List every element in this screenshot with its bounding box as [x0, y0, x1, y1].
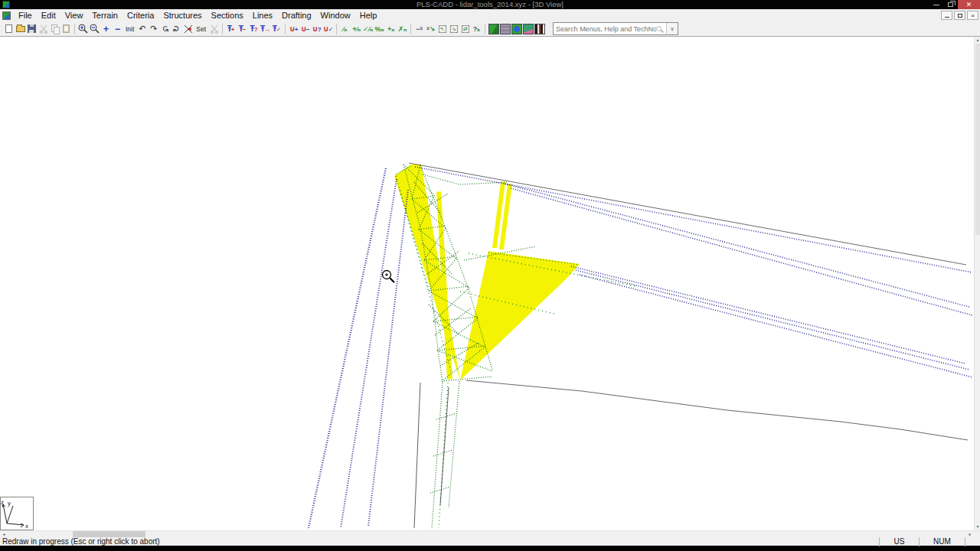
menu-view[interactable]: View — [60, 9, 88, 21]
swap-label-button[interactable]: ⇄ — [459, 23, 471, 34]
zoom-out-button[interactable] — [89, 23, 100, 34]
section-modify-6-button[interactable]: ✗ₙ — [397, 23, 408, 34]
keyboard-layout-indicator: US — [879, 537, 919, 546]
save-file-button[interactable] — [26, 23, 38, 34]
toolbar-separator — [222, 24, 223, 34]
mdi-window-controls: × — [941, 11, 978, 20]
vertical-scrollbar[interactable]: ▴ ▾ — [974, 37, 980, 530]
mdi-close-button[interactable]: × — [967, 11, 978, 20]
minimize-button[interactable] — [929, 0, 943, 9]
set-rotation-origin-button[interactable] — [182, 23, 194, 34]
menu-window[interactable]: Window — [316, 9, 355, 21]
scroll-right-icon[interactable]: ▸ — [966, 531, 974, 537]
section-modify-2-button[interactable]: +⁄ₙ — [351, 23, 362, 34]
add-section-button[interactable]: ∪+ — [288, 23, 299, 34]
menu-edit[interactable]: Edit — [37, 9, 60, 21]
move-structure-button[interactable]: Ŧ↔ — [260, 23, 271, 34]
set-view-button[interactable]: Set — [194, 23, 208, 34]
window-title: PLS-CADD - lidar_tools_2014.xyz - [3D Vi… — [0, 0, 980, 9]
viewport-3d[interactable]: z y x ▴ ▾ — [0, 37, 980, 530]
menu-criteria[interactable]: Criteria — [122, 9, 158, 21]
structure-info-icon: Ŧ? — [250, 24, 258, 33]
check-section-icon: ∪✓ — [323, 24, 334, 33]
rotate-up-icon: ↺ — [160, 25, 170, 32]
rotate-up-button[interactable]: ↺ — [159, 23, 171, 34]
menu-terrain[interactable]: Terrain — [87, 9, 122, 21]
mdi-minimize-icon — [945, 17, 949, 18]
menu-structures[interactable]: Structures — [158, 9, 206, 21]
paste-button[interactable] — [60, 23, 72, 34]
scroll-up-icon[interactable]: ▴ — [975, 37, 980, 44]
view-plan-icon — [511, 24, 522, 34]
plus-icon: + — [103, 24, 109, 34]
menu-help[interactable]: Help — [355, 9, 382, 21]
cut-button[interactable] — [38, 23, 49, 34]
scroll-down-icon[interactable]: ▾ — [975, 523, 980, 530]
add-structure-button[interactable]: Ŧ+ — [225, 23, 237, 34]
view-schematic-icon — [534, 24, 545, 34]
label-help-button[interactable]: ?ₖ — [471, 23, 482, 34]
view-3d-icon — [488, 24, 499, 34]
view-schematic-button[interactable] — [534, 23, 545, 34]
mdi-restore-icon — [958, 14, 962, 18]
rotate-down-button[interactable]: ↻ — [171, 23, 182, 34]
toolbar-separator — [485, 24, 485, 34]
toolbar-separator — [336, 24, 337, 34]
vertical-scroll-thumb[interactable] — [975, 44, 980, 235]
section-modify-4-icon: %ₙ — [375, 25, 384, 33]
letterbox-strip — [0, 546, 980, 551]
clip-button[interactable] — [208, 23, 220, 34]
delete-structure-button[interactable]: Ŧ− — [237, 23, 248, 34]
menu-sections[interactable]: Sections — [207, 9, 248, 21]
view-profile-button[interactable] — [522, 23, 534, 34]
menu-drafting[interactable]: Drafting — [277, 9, 316, 21]
open-file-icon — [16, 26, 25, 32]
check-structure-button[interactable]: Ŧ✓ — [271, 23, 283, 34]
section-modify-1-button[interactable]: ⁄ₙ — [339, 23, 351, 34]
structure-info-button[interactable]: Ŧ? — [248, 23, 260, 34]
toolbar-separator — [285, 24, 286, 34]
rotate-left-button[interactable]: ↶ — [136, 23, 148, 34]
zoom-in-button[interactable] — [77, 23, 89, 34]
init-view-button[interactable]: Init — [123, 23, 136, 34]
close-button[interactable]: ✕ — [958, 0, 980, 9]
3d-scene: z y x — [0, 37, 974, 530]
scroll-left-icon[interactable]: ◂ — [0, 531, 8, 537]
delete-section-button[interactable]: ∪− — [299, 23, 311, 34]
section-modify-5-button[interactable]: +ₙ — [385, 23, 397, 34]
open-file-button[interactable] — [15, 23, 26, 34]
search-dropdown-button[interactable]: ∨ — [666, 23, 678, 34]
check-section-button[interactable]: ∪✓ — [322, 23, 334, 34]
section-modify-1-icon: ⁄ₙ — [343, 25, 348, 33]
menu-file[interactable]: File — [14, 9, 37, 21]
mdi-restore-button[interactable] — [954, 11, 965, 20]
menu-lines[interactable]: Lines — [248, 9, 277, 21]
search-input[interactable] — [554, 24, 656, 34]
horizontal-scrollbar[interactable]: ◂ ▸ — [0, 531, 974, 537]
view-pp-button[interactable] — [499, 23, 511, 34]
section-info-button[interactable]: ∪? — [311, 23, 322, 34]
view-plan-button[interactable] — [511, 23, 522, 34]
move-label-out-button[interactable]: ↘ — [448, 23, 459, 34]
horizontal-scroll-thumb[interactable] — [73, 531, 145, 537]
save-file-icon — [28, 24, 36, 33]
mdi-minimize-button[interactable] — [941, 11, 952, 20]
restore-button[interactable] — [943, 0, 958, 9]
label-underline-button[interactable]: −ᵃ — [413, 23, 425, 34]
move-label-in-button[interactable]: ↖ — [436, 23, 448, 34]
section-modify-4-button[interactable]: %ₙ — [374, 23, 385, 34]
rotate-left-icon: ↶ — [139, 24, 145, 34]
decrease-button[interactable]: − — [112, 23, 123, 34]
rotate-right-button[interactable]: ↷ — [148, 23, 159, 34]
new-file-icon — [5, 24, 12, 33]
label-help-icon: ?ₖ — [473, 25, 481, 33]
view-3d-button[interactable] — [488, 23, 499, 34]
increase-button[interactable]: + — [100, 23, 112, 34]
section-modify-3-button[interactable]: ✓⁄ₙ — [362, 23, 374, 34]
copy-button[interactable] — [49, 23, 60, 34]
document-icon — [2, 11, 11, 20]
new-file-button[interactable] — [3, 23, 15, 34]
rotate-down-icon: ↻ — [172, 25, 181, 32]
label-leader-button[interactable]: ᵃ↘ — [425, 23, 436, 34]
close-icon: ✕ — [966, 1, 972, 8]
